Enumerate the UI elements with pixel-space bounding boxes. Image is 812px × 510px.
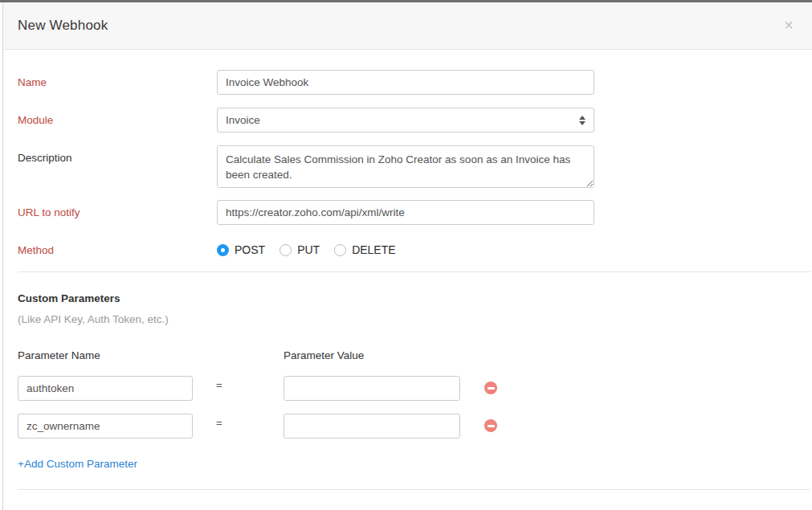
footer-divider: [18, 489, 810, 490]
method-radio-group: POST PUT DELETE: [217, 243, 396, 256]
radio-icon: [280, 244, 292, 256]
method-radio-put[interactable]: PUT: [280, 243, 320, 256]
parameter-value-input[interactable]: [284, 414, 460, 439]
select-stepper-icon: [579, 116, 586, 125]
method-label: Method: [18, 244, 54, 256]
description-label: Description: [18, 152, 72, 164]
equals-sign: =: [216, 417, 222, 429]
parameter-name-header: Parameter Name: [18, 349, 100, 361]
section-divider: [18, 271, 810, 272]
modal-left-edge: [2, 2, 3, 510]
custom-parameters-title: Custom Parameters: [18, 292, 120, 304]
custom-parameters-subtitle: (Like API Key, Auth Token, etc.): [18, 313, 169, 325]
remove-parameter-icon[interactable]: [484, 419, 497, 432]
radio-label: PUT: [297, 243, 320, 256]
close-icon[interactable]: ×: [780, 16, 798, 34]
description-textarea[interactable]: Calculate Sales Commission in Zoho Creat…: [217, 145, 594, 188]
parameter-value-header: Parameter Value: [284, 349, 364, 361]
remove-parameter-icon[interactable]: [484, 381, 497, 394]
url-label: URL to notify: [18, 206, 80, 218]
module-label: Module: [18, 114, 53, 126]
module-select[interactable]: Invoice: [217, 108, 594, 133]
parameter-name-input[interactable]: [18, 414, 193, 439]
method-radio-post[interactable]: POST: [217, 243, 265, 256]
radio-label: DELETE: [352, 243, 395, 256]
radio-icon: [217, 244, 229, 256]
modal-title: New Webhook: [18, 18, 108, 34]
name-input[interactable]: [217, 70, 594, 95]
name-label: Name: [18, 76, 47, 88]
url-input[interactable]: [217, 200, 594, 225]
equals-sign: =: [216, 379, 222, 391]
modal-header: New Webhook ×: [3, 2, 812, 50]
module-selected-value: Invoice: [226, 114, 579, 126]
method-radio-delete[interactable]: DELETE: [334, 243, 395, 256]
radio-icon: [334, 244, 346, 256]
radio-label: POST: [235, 243, 265, 256]
add-custom-parameter-link[interactable]: +Add Custom Parameter: [18, 458, 137, 470]
parameter-name-input[interactable]: [18, 376, 193, 401]
parameter-value-input[interactable]: [284, 376, 460, 401]
